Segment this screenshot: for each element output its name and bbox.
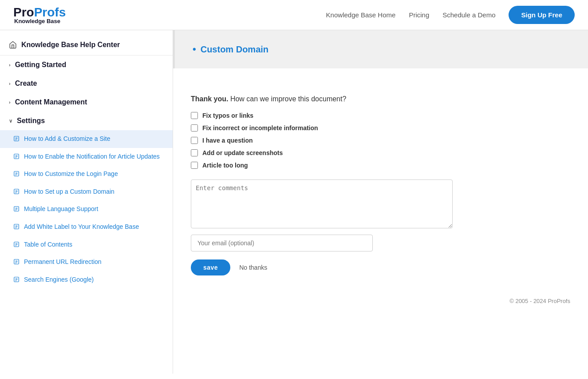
chevron-right-icon: ›: [9, 62, 11, 68]
sidebar-section-label: Settings: [17, 117, 45, 125]
sidebar-item-7[interactable]: Table of Contents: [0, 236, 173, 254]
checkbox-item-2[interactable]: Fix incorrect or incomplete information: [191, 124, 570, 132]
sidebar-section-settings[interactable]: ∨ Settings: [0, 112, 173, 130]
nav-demo[interactable]: Schedule a Demo: [442, 11, 495, 19]
sidebar-item-2[interactable]: How to Enable the Notification for Artic…: [0, 148, 173, 166]
home-icon: [9, 41, 17, 49]
checkbox-label-5: Article too long: [202, 162, 248, 169]
no-thanks-link[interactable]: No thanks: [239, 264, 267, 271]
form-actions: save No thanks: [191, 259, 570, 275]
checkbox-question[interactable]: [191, 137, 198, 144]
feedback-section: Thank you. How can we improve this docum…: [173, 82, 588, 289]
main-content: Custom Domain Thank you. How can we impr…: [173, 30, 588, 374]
sidebar-item-label: How to Set up a Custom Domain: [24, 188, 114, 196]
nav-home[interactable]: Knowledge Base Home: [326, 11, 396, 19]
document-icon: [13, 241, 20, 247]
sidebar-item-label: Search Engines (Google): [24, 275, 94, 284]
sidebar-item-1[interactable]: How to Add & Customize a Site: [0, 130, 173, 148]
sidebar-item-label: Multiple Language Support: [24, 205, 98, 214]
checkbox-fix-incorrect[interactable]: [191, 124, 198, 132]
document-icon: [13, 153, 20, 160]
document-icon: [13, 188, 20, 195]
checkbox-item-5[interactable]: Article too long: [191, 162, 570, 169]
custom-domain-box: Custom Domain: [173, 30, 588, 68]
feedback-title: Thank you. How can we improve this docum…: [191, 95, 570, 103]
thank-you-text: Thank you.: [191, 95, 228, 103]
sidebar-title-text: Knowledge Base Help Center: [21, 41, 120, 49]
checkbox-label-1: Fix typos or links: [202, 112, 253, 119]
logo-pro: Pro: [13, 5, 34, 19]
header: ProProfs Knowledge Base Knowledge Base H…: [0, 0, 588, 30]
checkbox-label-4: Add or update screenshots: [202, 149, 283, 156]
save-button[interactable]: save: [191, 259, 230, 275]
sidebar-item-label: How to Add & Customize a Site: [24, 135, 110, 144]
document-icon: [13, 171, 20, 177]
sidebar-item-label: Permanent URL Redirection: [24, 258, 102, 267]
logo-subtitle: Knowledge Base: [14, 18, 66, 24]
sidebar-item-4[interactable]: How to Set up a Custom Domain: [0, 183, 173, 201]
sidebar-item-3[interactable]: How to Customize the Login Page: [0, 165, 173, 183]
sidebar-title: Knowledge Base Help Center: [0, 35, 173, 56]
sidebar-section-label: Content Management: [15, 98, 87, 106]
checkbox-label-2: Fix incorrect or incomplete information: [202, 124, 318, 132]
signup-button[interactable]: Sign Up Free: [509, 6, 575, 24]
checkbox-item-4[interactable]: Add or update screenshots: [191, 149, 570, 156]
document-icon: [13, 259, 20, 265]
sidebar-item-label: Table of Contents: [24, 240, 72, 249]
chevron-right-icon: ›: [9, 81, 11, 86]
copyright-text: © 2005 - 2024 ProProfs: [509, 298, 570, 304]
logo: ProProfs Knowledge Base: [13, 5, 66, 24]
sidebar-item-label: Add White Label to Your Knowledge Base: [24, 223, 139, 231]
sidebar-section-create[interactable]: › Create: [0, 74, 173, 93]
nav-pricing[interactable]: Pricing: [409, 11, 429, 19]
checkbox-group: Fix typos or links Fix incorrect or inco…: [191, 112, 570, 169]
sidebar-item-9[interactable]: Search Engines (Google): [0, 271, 173, 289]
document-icon: [13, 206, 20, 212]
sidebar-section-content-management[interactable]: › Content Management: [0, 93, 173, 112]
sidebar-item-5[interactable]: Multiple Language Support: [0, 200, 173, 218]
comments-textarea[interactable]: [191, 180, 453, 228]
document-icon: [13, 136, 20, 142]
checkbox-item-1[interactable]: Fix typos or links: [191, 112, 570, 119]
sidebar-item-label: How to Customize the Login Page: [24, 170, 118, 179]
checkbox-label-3: I have a question: [202, 137, 253, 144]
checkbox-item-3[interactable]: I have a question: [191, 137, 570, 144]
layout: Knowledge Base Help Center › Getting Sta…: [0, 30, 588, 374]
custom-domain-heading: Custom Domain: [193, 44, 570, 55]
sidebar-section-label: Create: [15, 80, 37, 88]
logo-profs: Profs: [34, 5, 66, 19]
sidebar-item-8[interactable]: Permanent URL Redirection: [0, 253, 173, 271]
sidebar-item-label: How to Enable the Notification for Artic…: [24, 152, 160, 161]
header-nav: Knowledge Base Home Pricing Schedule a D…: [326, 6, 575, 24]
checkbox-too-long[interactable]: [191, 162, 198, 169]
sidebar-section-getting-started[interactable]: › Getting Started: [0, 56, 173, 74]
chevron-down-icon: ∨: [9, 118, 12, 124]
footer: © 2005 - 2024 ProProfs: [173, 289, 588, 313]
sidebar-item-6[interactable]: Add White Label to Your Knowledge Base: [0, 218, 173, 236]
email-input[interactable]: [191, 235, 373, 251]
checkbox-fix-typos[interactable]: [191, 112, 198, 119]
sidebar-section-label: Getting Started: [15, 61, 67, 69]
checkbox-screenshots[interactable]: [191, 149, 198, 156]
document-icon: [13, 223, 20, 230]
chevron-right-icon: ›: [9, 100, 11, 105]
document-icon: [13, 276, 20, 283]
sidebar: Knowledge Base Help Center › Getting Sta…: [0, 30, 173, 374]
feedback-question: How can we improve this document?: [230, 95, 346, 103]
